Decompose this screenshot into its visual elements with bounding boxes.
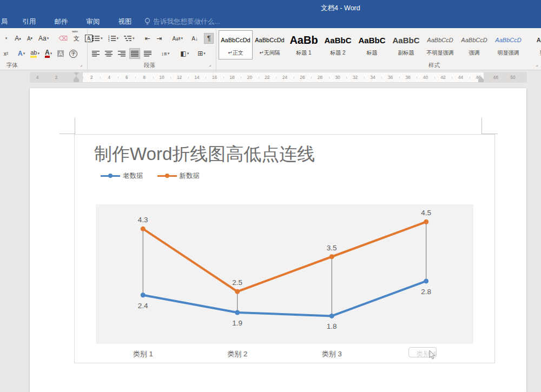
enclose-characters-button[interactable]: 字 xyxy=(68,48,79,59)
right-indent-marker-base[interactable] xyxy=(478,79,484,82)
ruler-number: 26 xyxy=(300,75,305,80)
highlight-color-button[interactable]: ab▾ xyxy=(29,48,41,59)
ruler-number: 42 xyxy=(440,75,445,80)
chart-object[interactable]: 制作Word折线图高低点连线 老数据新数据 2.41.91.82.84.32.5… xyxy=(74,134,495,363)
data-label: 2.5 xyxy=(232,278,242,287)
style-label: 副标题 xyxy=(398,49,414,57)
crop-mark-left xyxy=(60,134,75,134)
ruler-right-margin-zone xyxy=(484,72,527,82)
ruler-number: 40 xyxy=(423,75,428,80)
align-right-button[interactable] xyxy=(116,48,127,59)
style-item-要[interactable]: AaB要 xyxy=(525,30,541,59)
tab-layout-partial[interactable]: 局 xyxy=(0,17,14,26)
series-line-1 xyxy=(143,222,426,291)
sort-button[interactable]: A↓ xyxy=(190,33,200,44)
align-right-icon xyxy=(118,51,126,57)
style-item-不明显强调[interactable]: AaBbCcD不明显强调 xyxy=(423,30,457,59)
ruler-number: 36 xyxy=(388,75,393,80)
first-line-indent-marker[interactable] xyxy=(74,72,79,76)
left-indent-marker[interactable] xyxy=(74,79,79,82)
align-center-button[interactable] xyxy=(103,48,114,59)
numbered-list-button[interactable]: 1 2 3 ▾ xyxy=(107,33,121,44)
clear-formatting-button[interactable]: ⌫ xyxy=(57,33,69,44)
styles-group-label: 样式 xyxy=(428,62,440,69)
bullet-list-button[interactable]: ▾ xyxy=(90,33,104,44)
data-label: 4.3 xyxy=(138,216,148,224)
shrink-font-button[interactable]: A▾ xyxy=(25,33,35,44)
asian-layout-button[interactable]: A⇄▾ xyxy=(171,33,185,44)
data-point xyxy=(235,310,240,315)
ribbon-tab-2[interactable]: 审阅 xyxy=(77,17,109,26)
svg-text:3: 3 xyxy=(108,39,110,42)
styles-gallery: AaBbCcDd↵正文AaBbCcDd↵无间隔AaBb标题 1AaBbC标题 2… xyxy=(219,30,541,59)
style-item-明显强调[interactable]: AaBbCcD明显强调 xyxy=(491,30,525,59)
font-dialog-launcher-icon[interactable]: ⌟ xyxy=(80,62,82,67)
text-effects-button[interactable]: A▾ xyxy=(16,48,27,59)
data-label: 2.8 xyxy=(421,288,431,296)
style-item-正文[interactable]: AaBbCcDd↵正文 xyxy=(219,30,253,59)
multilevel-list-button[interactable]: ▾ xyxy=(122,33,136,44)
ruler-number: 6 xyxy=(126,75,128,80)
align-left-button[interactable] xyxy=(90,48,101,59)
window-title: 文档4 - Word xyxy=(321,4,360,13)
change-case-button[interactable]: Aa▾ xyxy=(37,33,50,44)
style-preview: AaBb xyxy=(289,31,318,49)
ribbon-tab-0[interactable]: 引用 xyxy=(14,17,45,26)
data-point xyxy=(329,254,334,259)
ruler-number: 32 xyxy=(353,75,358,80)
style-item-标题2[interactable]: AaBbC标题 2 xyxy=(321,30,355,59)
styles-dialog-launcher-icon[interactable]: ⌟ xyxy=(536,62,538,67)
style-label: 强调 xyxy=(469,49,480,57)
style-label: ↵正文 xyxy=(228,49,243,57)
font-color-button[interactable]: A▾ xyxy=(43,48,54,59)
font-group-label: 字体 xyxy=(6,62,18,69)
style-item-无间隔[interactable]: AaBbCcDd↵无间隔 xyxy=(253,30,287,59)
style-preview: AaBbCcD xyxy=(461,31,487,49)
ribbon-tab-3[interactable]: 视图 xyxy=(109,17,141,26)
style-label: 标题 xyxy=(367,49,378,57)
distribute-button[interactable] xyxy=(142,48,153,59)
data-label: 1.9 xyxy=(232,319,242,327)
style-label: 标题 1 xyxy=(296,49,311,57)
style-label: 明显强调 xyxy=(498,49,519,57)
horizontal-ruler: 4224681012141618202224262830323436384042… xyxy=(30,72,526,83)
borders-button[interactable]: ⊞▾ xyxy=(196,48,207,59)
style-preview: AaBbCcDd xyxy=(255,31,284,49)
ruler-number: 4 xyxy=(36,75,39,80)
title-bar: 文档4 - Word xyxy=(0,0,541,15)
decrease-indent-button[interactable]: ⇤ xyxy=(143,33,153,44)
justify-icon xyxy=(131,51,138,57)
ruler-number: 14 xyxy=(194,75,199,80)
style-preview: AaBbCcDd xyxy=(221,31,250,49)
tell-me-box[interactable]: 告诉我您想要做什么... xyxy=(144,17,220,26)
justify-button[interactable] xyxy=(129,48,140,59)
paragraph-dialog-launcher-icon[interactable]: ⌟ xyxy=(209,62,211,67)
font-size-dropdown-partial[interactable]: ▾ xyxy=(1,33,11,44)
style-item-强调[interactable]: AaBbCcD强调 xyxy=(457,30,491,59)
style-preview: AaBbC xyxy=(358,31,385,49)
line-spacing-button[interactable]: ↕≡▾ xyxy=(160,48,171,59)
style-item-副标题[interactable]: AaBbC副标题 xyxy=(389,30,423,59)
superscript-button[interactable]: x² xyxy=(1,48,11,59)
data-label: 4.5 xyxy=(421,209,431,217)
phonetic-guide-button[interactable]: wén文 xyxy=(71,33,81,44)
ribbon-tab-1[interactable]: 邮件 xyxy=(45,17,77,26)
show-paragraph-marks-button[interactable]: ¶ xyxy=(204,33,214,44)
paragraph-group-label: 段落 xyxy=(144,62,155,69)
ruler-number: 12 xyxy=(177,75,182,80)
document-area: 制作Word折线图高低点连线 老数据新数据 2.41.91.82.84.32.5… xyxy=(0,83,541,392)
ruler-number: 28 xyxy=(318,75,322,80)
style-item-标题1[interactable]: AaBb标题 1 xyxy=(287,30,321,59)
shading-button[interactable]: ◧▾ xyxy=(179,48,190,59)
document-page[interactable]: 制作Word折线图高低点连线 老数据新数据 2.41.91.82.84.32.5… xyxy=(30,88,526,392)
category-label-3: 类别 3 xyxy=(322,349,342,359)
increase-indent-button[interactable]: ⇥ xyxy=(155,33,164,44)
align-center-icon xyxy=(105,51,113,57)
ribbon: ▾ A▴ A▾ Aa▾ ⌫ wén文 A x² A▾ ab▾ A▾ A 字 字体… xyxy=(0,28,541,70)
paragraph-group-row2: ↕≡▾ ◧▾ ⊞▾ xyxy=(90,48,207,59)
ruler-number: 44 xyxy=(458,75,463,80)
character-shading-button[interactable]: A xyxy=(56,48,65,59)
style-item-标题[interactable]: AaBbC标题 xyxy=(355,30,389,59)
grow-font-button[interactable]: A▴ xyxy=(13,33,23,44)
style-preview: AaBbCcD xyxy=(427,31,453,49)
